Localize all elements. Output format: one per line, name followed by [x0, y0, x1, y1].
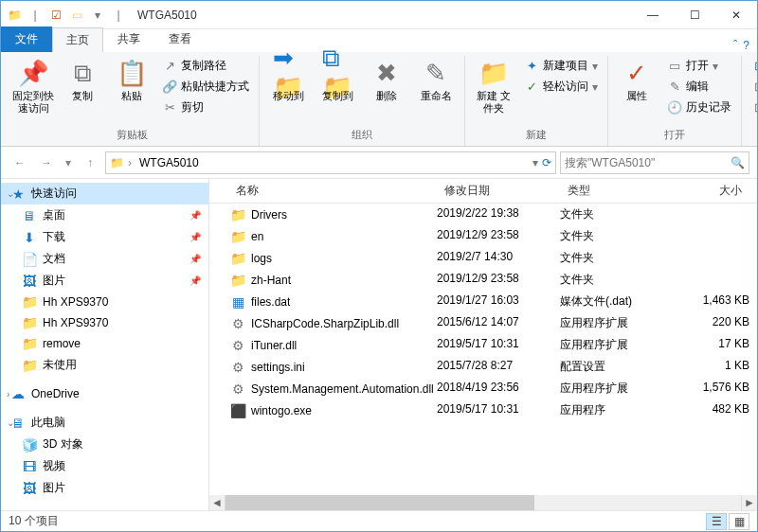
cut-button[interactable]: ✂剪切 [158, 98, 253, 117]
new-folder-button[interactable]: 📁新建 文件夹 [471, 56, 516, 116]
file-type: 应用程序扩展 [560, 337, 674, 353]
file-row[interactable]: 📁Drivers2019/2/22 19:38文件夹 [209, 204, 757, 225]
file-row[interactable]: 📁zh-Hant2019/12/9 23:58文件夹 [209, 269, 757, 291]
tree-pictures[interactable]: 🖼图片📌 [1, 270, 208, 292]
file-row[interactable]: ⬛wintogo.exe2019/5/17 10:31应用程序482 KB [209, 399, 757, 421]
history-button[interactable]: 🕘历史记录 [663, 98, 735, 117]
address-dropdown-icon[interactable]: ▾ [532, 156, 538, 169]
tree-item[interactable]: 📁Hh XPS9370 [1, 292, 208, 312]
copy-path-button[interactable]: ↗复制路径 [158, 56, 253, 76]
tree-item[interactable]: 📁remove [1, 333, 208, 354]
file-size [674, 272, 749, 288]
scroll-right-icon[interactable]: ► [742, 496, 757, 509]
edit-button[interactable]: ✎编辑 [663, 77, 735, 97]
tree-downloads[interactable]: ⬇下载📌 [1, 226, 208, 248]
ini-icon: ⚙ [230, 360, 245, 375]
breadcrumb[interactable]: WTGA5010 [135, 156, 203, 169]
tree-onedrive[interactable]: ›☁OneDrive [1, 383, 208, 404]
view-details-button[interactable]: ☰ [706, 513, 727, 530]
file-row[interactable]: ▦files.dat2019/1/27 16:03媒体文件(.dat)1,463… [209, 291, 757, 312]
tree-desktop[interactable]: 🖥桌面📌 [1, 204, 208, 226]
file-row[interactable]: 📁en2019/12/9 23:58文件夹 [209, 225, 757, 247]
title-bar: 📁 | ☑ ▭ ▾ | WTGA5010 — ☐ ✕ [1, 1, 757, 29]
invert-selection-button[interactable]: ⊡反向选择 [748, 98, 758, 117]
horizontal-scrollbar[interactable]: ◄ ► [209, 495, 757, 510]
scroll-thumb[interactable] [226, 495, 534, 510]
checkbox-icon[interactable]: ☑ [48, 8, 63, 23]
exe-icon: ⬛ [230, 403, 245, 418]
col-size[interactable]: 大小 [674, 183, 749, 199]
tree-item[interactable]: 📁未使用 [1, 354, 208, 376]
file-size [674, 250, 749, 266]
copy-button[interactable]: ⧉复制 [60, 56, 105, 104]
ribbon-collapse-icon[interactable]: ˆ [733, 39, 737, 52]
divider-icon: | [111, 8, 126, 23]
pin-button[interactable]: 📌固定到快 速访问 [10, 56, 56, 116]
search-icon[interactable]: 🔍 [731, 156, 745, 169]
col-date[interactable]: 修改日期 [437, 183, 560, 199]
properties-button[interactable]: ✓属性 [614, 56, 659, 104]
up-button[interactable]: ↑ [79, 151, 101, 174]
back-button[interactable]: ← [9, 151, 31, 174]
folder-icon: 📁 [230, 273, 245, 288]
help-icon[interactable]: ? [743, 39, 749, 52]
tab-share[interactable]: 共享 [103, 27, 154, 52]
window-title: WTGA5010 [137, 9, 197, 22]
search-input[interactable] [565, 156, 731, 169]
move-to-button[interactable]: ➡📁移动到 [265, 56, 311, 104]
col-type[interactable]: 类型 [560, 183, 674, 199]
file-row[interactable]: ⚙iTuner.dll2019/5/17 10:31应用程序扩展17 KB [209, 334, 757, 356]
select-none-button[interactable]: ⊟全部取消 [748, 77, 758, 97]
tab-home[interactable]: 主页 [52, 27, 103, 52]
close-button[interactable]: ✕ [715, 2, 757, 28]
paste-button[interactable]: 📋粘贴 [109, 56, 154, 104]
file-date: 2019/12/9 23:58 [437, 272, 560, 288]
tree-3d-objects[interactable]: 🧊3D 对象 [1, 434, 208, 455]
paste-shortcut-button[interactable]: 🔗粘贴快捷方式 [158, 77, 253, 97]
file-name: settings.ini [251, 361, 305, 374]
view-icons-button[interactable]: ▦ [729, 513, 749, 530]
recent-dropdown[interactable]: ▾ [62, 151, 75, 174]
tree-videos[interactable]: 🎞视频 [1, 455, 208, 477]
copy-to-button[interactable]: ⧉📁复制到 [315, 56, 360, 104]
tree-documents[interactable]: 📄文档📌 [1, 248, 208, 270]
forward-button[interactable]: → [35, 151, 58, 174]
divider-icon: | [27, 8, 43, 23]
minimize-button[interactable]: — [632, 2, 674, 28]
tab-view[interactable]: 查看 [154, 27, 206, 52]
file-type: 应用程序扩展 [560, 381, 674, 397]
scroll-left-icon[interactable]: ◄ [209, 496, 225, 509]
open-button[interactable]: ▭打开 ▾ [663, 56, 735, 76]
qat-dropdown-icon[interactable]: ▾ [90, 8, 105, 23]
maximize-button[interactable]: ☐ [674, 2, 715, 28]
file-date: 2018/4/19 23:56 [437, 381, 560, 397]
file-row[interactable]: ⚙System.Management.Automation.dll2018/4/… [209, 378, 757, 399]
group-select-label: 选择 [748, 126, 758, 146]
tree-quick-access[interactable]: ⌄★快速访问 [1, 183, 208, 204]
search-box[interactable]: 🔍 [560, 151, 749, 174]
file-row[interactable]: ⚙settings.ini2015/7/28 8:27配置设置1 KB [209, 356, 757, 378]
address-field[interactable]: 📁 › WTGA5010 ▾ ⟳ [105, 151, 556, 174]
col-name[interactable]: 名称 [209, 183, 437, 199]
select-all-button[interactable]: ⊞全部选择 [748, 56, 758, 76]
pin-icon: 📌 [190, 254, 201, 264]
tree-pictures2[interactable]: 🖼图片 [1, 477, 208, 499]
file-row[interactable]: 📁logs2019/2/7 14:30文件夹 [209, 247, 757, 269]
navigation-tree[interactable]: ⌄★快速访问 🖥桌面📌 ⬇下载📌 📄文档📌 🖼图片📌 📁Hh XPS9370 📁… [1, 179, 209, 510]
file-name: iTuner.dll [251, 339, 297, 352]
delete-button[interactable]: ✖删除 [364, 56, 409, 104]
tree-item[interactable]: 📁Hh XPS9370 [1, 312, 208, 333]
folder-icon: 📁 [230, 229, 245, 244]
chevron-right-icon[interactable]: › [128, 156, 132, 169]
easy-access-button[interactable]: ✓轻松访问 ▾ [520, 77, 602, 97]
rename-button[interactable]: ✎重命名 [413, 56, 459, 104]
tab-file[interactable]: 文件 [1, 27, 52, 52]
file-size: 1 KB [674, 359, 749, 375]
file-row[interactable]: ⚙ICSharpCode.SharpZipLib.dll2015/6/12 14… [209, 312, 757, 334]
tree-this-pc[interactable]: ⌄🖥此电脑 [1, 412, 208, 434]
refresh-button[interactable]: ⟳ [542, 156, 551, 169]
file-type: 应用程序 [560, 402, 674, 418]
new-item-button[interactable]: ✦新建项目 ▾ [520, 56, 602, 76]
folder-icon: 📁 [7, 8, 22, 23]
column-headers[interactable]: 名称 修改日期 类型 大小 [209, 179, 757, 204]
